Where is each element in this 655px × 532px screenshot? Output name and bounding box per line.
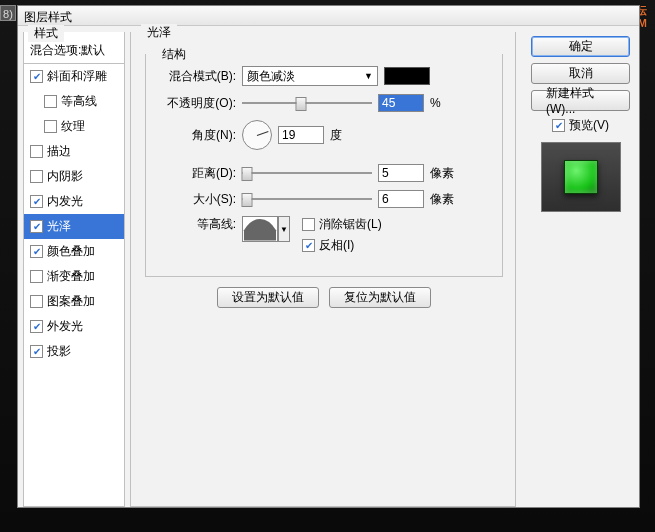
- style-item-label: 颜色叠加: [47, 243, 95, 260]
- layer-style-dialog: 图层样式 样式 混合选项:默认 ✔斜面和浮雕✔等高线✔纹理✔描边✔内阴影✔内发光…: [17, 5, 640, 508]
- checkbox-icon: ✔: [30, 270, 43, 283]
- checkbox-icon: ✔: [30, 195, 43, 208]
- window-tag: 8): [0, 5, 16, 21]
- blend-options-label: 混合选项:默认: [30, 42, 105, 59]
- style-item-label: 等高线: [61, 93, 97, 110]
- ok-button[interactable]: 确定: [531, 36, 630, 57]
- angle-label: 角度(N):: [158, 127, 236, 144]
- structure-title: 结构: [156, 46, 192, 63]
- preview-checkbox[interactable]: ✔ 预览(V): [531, 117, 630, 134]
- checkbox-icon: ✔: [30, 320, 43, 333]
- size-unit: 像素: [430, 191, 454, 208]
- style-item-label: 纹理: [61, 118, 85, 135]
- new-style-button[interactable]: 新建样式(W)...: [531, 90, 630, 111]
- preview-label: 预览(V): [569, 117, 609, 134]
- style-item-3[interactable]: ✔描边: [24, 139, 124, 164]
- checkbox-icon: ✔: [30, 220, 43, 233]
- checkbox-icon: ✔: [30, 145, 43, 158]
- contour-dropdown[interactable]: ▼: [278, 216, 290, 242]
- reset-default-button[interactable]: 复位为默认值: [329, 287, 431, 308]
- dialog-titlebar[interactable]: 图层样式: [18, 6, 639, 26]
- invert-checkbox[interactable]: ✔ 反相(I): [302, 237, 382, 254]
- preview-swatch: [564, 160, 598, 194]
- style-item-1[interactable]: ✔等高线: [24, 89, 124, 114]
- size-input[interactable]: 6: [378, 190, 424, 208]
- chevron-down-icon: ▼: [364, 71, 373, 81]
- style-item-9[interactable]: ✔图案叠加: [24, 289, 124, 314]
- checkbox-icon: ✔: [552, 119, 565, 132]
- style-item-label: 内阴影: [47, 168, 83, 185]
- checkbox-icon: ✔: [44, 95, 57, 108]
- checkbox-icon: ✔: [44, 120, 57, 133]
- style-item-2[interactable]: ✔纹理: [24, 114, 124, 139]
- blend-mode-value: 颜色减淡: [247, 68, 295, 85]
- style-item-8[interactable]: ✔渐变叠加: [24, 264, 124, 289]
- opacity-unit: %: [430, 96, 441, 110]
- angle-input[interactable]: 19: [278, 126, 324, 144]
- opacity-slider[interactable]: [242, 96, 372, 110]
- distance-label: 距离(D):: [158, 165, 236, 182]
- opacity-label: 不透明度(O):: [158, 95, 236, 112]
- angle-unit: 度: [330, 127, 342, 144]
- checkbox-icon: ✔: [302, 218, 315, 231]
- blend-mode-label: 混合模式(B):: [158, 68, 236, 85]
- styles-header: 样式: [28, 25, 64, 42]
- distance-input[interactable]: 5: [378, 164, 424, 182]
- contour-picker[interactable]: [242, 216, 278, 242]
- style-item-4[interactable]: ✔内阴影: [24, 164, 124, 189]
- checkbox-icon: ✔: [302, 239, 315, 252]
- size-slider[interactable]: [242, 192, 372, 206]
- distance-slider[interactable]: [242, 166, 372, 180]
- style-item-10[interactable]: ✔外发光: [24, 314, 124, 339]
- style-item-11[interactable]: ✔投影: [24, 339, 124, 364]
- style-item-label: 投影: [47, 343, 71, 360]
- preview-well: [541, 142, 621, 212]
- style-item-6[interactable]: ✔光泽: [24, 214, 124, 239]
- style-item-label: 光泽: [47, 218, 71, 235]
- checkbox-icon: ✔: [30, 170, 43, 183]
- style-item-label: 渐变叠加: [47, 268, 95, 285]
- antialias-checkbox[interactable]: ✔ 消除锯齿(L): [302, 216, 382, 233]
- angle-dial[interactable]: [242, 120, 272, 150]
- style-item-0[interactable]: ✔斜面和浮雕: [24, 64, 124, 89]
- set-default-button[interactable]: 设置为默认值: [217, 287, 319, 308]
- size-label: 大小(S):: [158, 191, 236, 208]
- color-swatch[interactable]: [384, 67, 430, 85]
- styles-panel: 样式 混合选项:默认 ✔斜面和浮雕✔等高线✔纹理✔描边✔内阴影✔内发光✔光泽✔颜…: [23, 32, 125, 507]
- blend-mode-dropdown[interactable]: 颜色减淡 ▼: [242, 66, 378, 86]
- style-item-label: 图案叠加: [47, 293, 95, 310]
- checkbox-icon: ✔: [30, 70, 43, 83]
- opacity-input[interactable]: 45: [378, 94, 424, 112]
- distance-unit: 像素: [430, 165, 454, 182]
- style-item-label: 内发光: [47, 193, 83, 210]
- style-item-5[interactable]: ✔内发光: [24, 189, 124, 214]
- style-item-label: 描边: [47, 143, 71, 160]
- style-item-7[interactable]: ✔颜色叠加: [24, 239, 124, 264]
- checkbox-icon: ✔: [30, 245, 43, 258]
- dialog-title: 图层样式: [24, 10, 72, 24]
- invert-label: 反相(I): [319, 237, 354, 254]
- style-item-label: 斜面和浮雕: [47, 68, 107, 85]
- antialias-label: 消除锯齿(L): [319, 216, 382, 233]
- structure-group: 结构 混合模式(B): 颜色减淡 ▼ 不透明度(O):: [145, 54, 503, 277]
- checkbox-icon: ✔: [30, 345, 43, 358]
- style-item-label: 外发光: [47, 318, 83, 335]
- effect-title: 光泽: [141, 24, 177, 41]
- checkbox-icon: ✔: [30, 295, 43, 308]
- cancel-button[interactable]: 取消: [531, 63, 630, 84]
- contour-label: 等高线:: [158, 216, 236, 233]
